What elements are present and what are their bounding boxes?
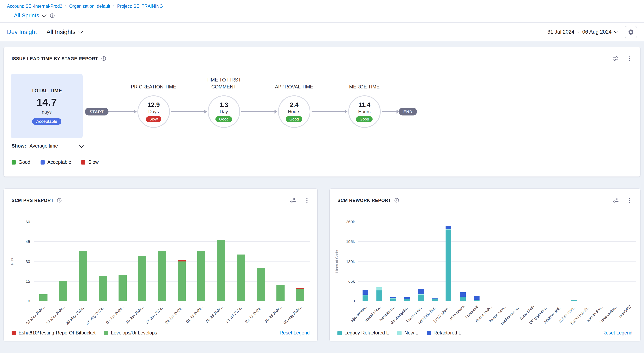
flow-arrow-icon bbox=[108, 111, 136, 112]
legend-swatch bbox=[81, 160, 86, 164]
bar-segment bbox=[99, 276, 107, 301]
panel-title: ISSUE LEAD TIME BY STAGE REPORT bbox=[12, 56, 98, 61]
stage-circle[interactable]: 2.4HoursGood bbox=[278, 96, 310, 128]
stage-name: PR CREATION TIME bbox=[125, 84, 182, 90]
legend-swatch bbox=[398, 331, 402, 335]
reset-legend-link[interactable]: Reset Legend bbox=[280, 330, 310, 336]
info-icon[interactable] bbox=[57, 198, 62, 203]
panel-header: SCM PRS REPORT bbox=[4, 189, 317, 203]
legend-label: Esha610/Testing-Repo-Of-Bitbucket bbox=[18, 330, 96, 336]
breadcrumb-separator: › bbox=[62, 4, 69, 9]
legend-swatch bbox=[104, 331, 108, 335]
legend-item[interactable]: Levelops/Ui-Levelops bbox=[104, 330, 157, 336]
total-time-card: TOTAL TIME 14.7 days Acceptable bbox=[11, 74, 82, 138]
legend-item[interactable]: Refactored L bbox=[427, 330, 461, 336]
bar bbox=[446, 226, 452, 301]
show-selector[interactable]: Show: Average time bbox=[12, 143, 83, 149]
gridline bbox=[358, 261, 636, 262]
kebab-menu-icon[interactable] bbox=[304, 198, 310, 203]
chart-settings-icon[interactable] bbox=[290, 197, 296, 203]
stage-circle[interactable]: 11.4HoursGood bbox=[348, 96, 380, 128]
breadcrumb-link[interactable]: Account: SEI-Internal-Prod2 bbox=[7, 4, 62, 8]
total-time-unit: days bbox=[42, 109, 52, 114]
legend-label: Good bbox=[18, 160, 30, 165]
bar bbox=[432, 298, 438, 301]
total-time-value: 14.7 bbox=[36, 96, 57, 108]
stage-value: 11.4 bbox=[358, 101, 370, 108]
chart-settings-icon[interactable] bbox=[613, 197, 618, 203]
legend-item[interactable]: New L bbox=[398, 330, 418, 336]
legend-item[interactable]: Esha610/Testing-Repo-Of-Bitbucket bbox=[12, 330, 96, 336]
bar-segment bbox=[571, 300, 577, 301]
total-time-label: TOTAL TIME bbox=[31, 88, 62, 93]
bar-segment bbox=[158, 251, 166, 301]
app: Account: SEI-Internal-Prod2›Organization… bbox=[0, 0, 644, 353]
chevron-down-icon bbox=[79, 144, 84, 148]
sprint-selector-label: All Sprints bbox=[14, 12, 39, 18]
legend-item[interactable]: Legacy Refactored L bbox=[338, 330, 389, 336]
stage-unit: Hours bbox=[358, 109, 370, 114]
lead-time-panel: ISSUE LEAD TIME BY STAGE REPORT TOTAL TI… bbox=[4, 47, 640, 177]
chevron-down-icon bbox=[614, 29, 618, 34]
stage-circle[interactable]: 1.3DayGood bbox=[208, 96, 240, 128]
bar-segment bbox=[446, 230, 452, 301]
info-icon[interactable] bbox=[394, 198, 399, 203]
x-tick-label: 08 Jul 2024... bbox=[205, 304, 224, 324]
stage-circle[interactable]: 12.9DaysSlow bbox=[137, 96, 170, 128]
bar-segment bbox=[59, 281, 67, 301]
bar bbox=[376, 287, 382, 301]
x-tick-label: 20 May 2024... bbox=[65, 304, 86, 326]
panel-actions bbox=[613, 197, 632, 203]
bar bbox=[296, 288, 304, 301]
page-title[interactable]: Dev Insight bbox=[7, 28, 37, 35]
gridline bbox=[34, 261, 310, 262]
kebab-menu-icon[interactable] bbox=[627, 56, 632, 61]
chart-legend: Legacy Refactored LNew LRefactored L Res… bbox=[338, 330, 632, 336]
breadcrumb-link[interactable]: Project: SEI TRAINING bbox=[117, 4, 163, 8]
x-tick-label: 10 Jun 2024... bbox=[125, 304, 145, 324]
stage-status-badge: Slow bbox=[146, 116, 161, 122]
x-tick-label: jatin6407 bbox=[618, 304, 632, 318]
info-icon[interactable] bbox=[50, 13, 55, 18]
panel-title: SCM REWORK REPORT bbox=[338, 198, 391, 202]
stage-value: 2.4 bbox=[290, 101, 299, 108]
stage-pr-creation-time: PR CREATION TIME12.9DaysSlow bbox=[136, 96, 171, 128]
x-tick-label: 24 Jun 2024... bbox=[164, 304, 185, 324]
breadcrumb-separator: › bbox=[110, 4, 117, 9]
kebab-menu-icon[interactable] bbox=[627, 198, 632, 203]
legend-swatch bbox=[427, 331, 431, 335]
stage-flow: STARTPR CREATION TIME12.9DaysSlowTIME TO… bbox=[85, 96, 417, 128]
bar-segment bbox=[40, 294, 48, 301]
y-tick-label: 195k bbox=[346, 239, 355, 244]
settings-button[interactable] bbox=[625, 26, 637, 38]
legend-items: Esha610/Testing-Repo-Of-BitbucketLevelop… bbox=[12, 330, 157, 336]
bar-segment bbox=[296, 289, 304, 301]
sprint-selector[interactable]: All Sprints bbox=[14, 12, 46, 18]
insight-selector[interactable]: All Insights bbox=[46, 28, 82, 35]
gridline bbox=[358, 242, 636, 242]
bar bbox=[276, 285, 284, 301]
panel-title: SCM PRS REPORT bbox=[12, 198, 54, 202]
gear-icon bbox=[628, 29, 634, 35]
bar bbox=[237, 255, 245, 301]
legend-item: Acceptable bbox=[40, 160, 71, 165]
bar bbox=[256, 268, 265, 301]
bar-segment bbox=[418, 289, 424, 294]
bar-segment bbox=[432, 299, 438, 301]
legend-swatch bbox=[12, 160, 16, 164]
gridline bbox=[34, 281, 310, 282]
legend-swatch bbox=[338, 331, 342, 335]
date-range-picker[interactable]: 31 Jul 2024 - 06 Aug 2024 bbox=[548, 29, 618, 35]
stage-name: TIME TO FIRST COMMENT bbox=[195, 77, 252, 90]
stage-value: 12.9 bbox=[147, 101, 160, 108]
bar bbox=[418, 289, 424, 301]
reset-legend-link[interactable]: Reset Legend bbox=[602, 330, 632, 336]
chart-settings-icon[interactable] bbox=[613, 56, 618, 62]
lead-time-legend: GoodAcceptableSlow bbox=[12, 160, 99, 165]
breadcrumb-link[interactable]: Organization: default bbox=[69, 4, 110, 8]
info-icon[interactable] bbox=[101, 56, 106, 61]
bar-segment bbox=[474, 300, 479, 301]
bar bbox=[571, 300, 577, 301]
stage-value: 1.3 bbox=[220, 101, 228, 108]
bar bbox=[390, 297, 396, 301]
